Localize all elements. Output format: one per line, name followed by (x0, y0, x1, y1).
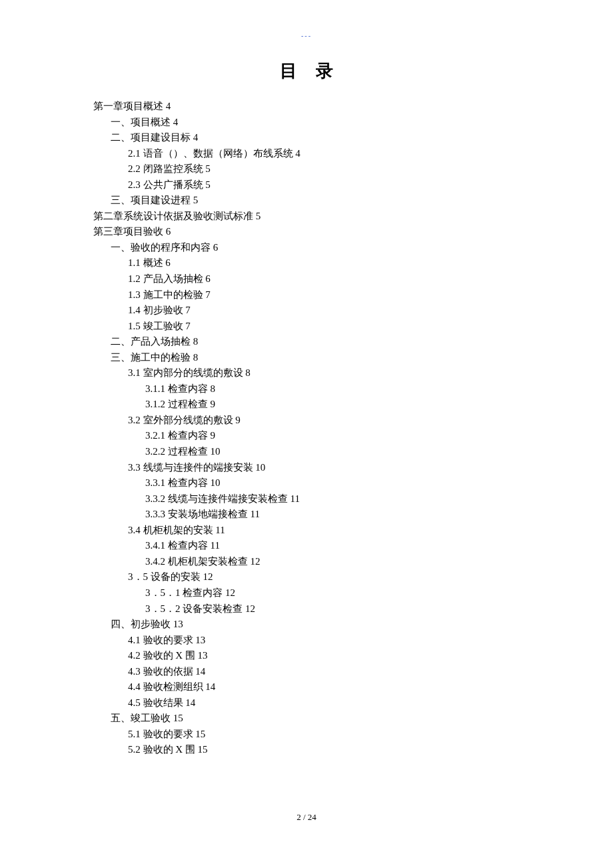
toc-entry: 4.4 验收检测组织 14 (128, 679, 520, 695)
toc-entry: 三、项目建设进程 5 (111, 193, 520, 209)
toc-entry: 1.4 初步验收 7 (128, 303, 520, 319)
toc-entry: 3.4.1 检查内容 11 (145, 538, 520, 554)
toc-entry: 1.3 施工中的检验 7 (128, 287, 520, 303)
toc-entry: 2.2 闭路监控系统 5 (128, 161, 520, 177)
toc-entry: 5.1 验收的要求 15 (128, 727, 520, 743)
toc-entry: 一、项目概述 4 (111, 115, 520, 131)
toc-entry: 一、验收的程序和内容 6 (111, 240, 520, 256)
toc-entry: 3.1.1 检查内容 8 (145, 381, 520, 397)
toc-entry: 3.1.2 过程检查 9 (145, 397, 520, 413)
toc-entry: 第一章项目概述 4 (93, 99, 520, 115)
page-footer: 2 / 24 (0, 812, 613, 823)
toc-entry: 3.2.1 检查内容 9 (145, 428, 520, 444)
toc-entry: 五、竣工验收 15 (111, 711, 520, 727)
toc-entry: 3.4.2 机柜机架安装检查 12 (145, 554, 520, 570)
toc-entry: 第二章系统设计依据及验收测试标准 5 (93, 209, 520, 225)
toc-entry: 1.5 竣工验收 7 (128, 319, 520, 335)
toc-entry: 1.1 概述 6 (128, 255, 520, 271)
toc-entry: 3．5．1 检查内容 12 (145, 585, 520, 601)
toc-entry: 1.2 产品入场抽检 6 (128, 271, 520, 287)
toc-entry: 3.2 室外部分线缆的敷设 9 (128, 413, 520, 429)
toc-entry: 3.4 机柜机架的安装 11 (128, 523, 520, 539)
toc-entry: 4.3 验收的依据 14 (128, 664, 520, 680)
toc-entry: 3．5 设备的安装 12 (128, 569, 520, 585)
toc-entry: 第三章项目验收 6 (93, 224, 520, 240)
toc-entry: 3.3.1 检查内容 10 (145, 475, 520, 491)
toc-entry: 4.5 验收结果 14 (128, 695, 520, 711)
toc-entry: 四、初步验收 13 (111, 617, 520, 633)
document-page: --- 目录 第一章项目概述 4一、项目概述 4二、项目建设目标 42.1 语音… (0, 0, 613, 758)
toc-entry: 4.1 验收的要求 13 (128, 633, 520, 649)
toc-entry: 5.2 验收的 X 围 15 (128, 742, 520, 758)
toc-entry: 3.3.3 安装场地端接检查 11 (145, 507, 520, 523)
toc-entry: 2.3 公共广播系统 5 (128, 177, 520, 193)
toc-entry: 三、施工中的检验 8 (111, 350, 520, 366)
toc-entry: 2.1 语音（）、数据（网络）布线系统 4 (128, 146, 520, 162)
header-marker: --- (93, 32, 520, 39)
toc-entry: 3．5．2 设备安装检查 12 (145, 601, 520, 617)
toc-container: 第一章项目概述 4一、项目概述 4二、项目建设目标 42.1 语音（）、数据（网… (93, 99, 520, 758)
toc-entry: 3.2.2 过程检查 10 (145, 444, 520, 460)
toc-entry: 3.3.2 线缆与连接件端接安装检查 11 (145, 491, 520, 507)
toc-entry: 3.3 线缆与连接件的端接安装 10 (128, 460, 520, 476)
toc-entry: 二、产品入场抽检 8 (111, 334, 520, 350)
toc-entry: 二、项目建设目标 4 (111, 130, 520, 146)
toc-entry: 4.2 验收的 X 围 13 (128, 648, 520, 664)
toc-title: 目录 (93, 59, 520, 83)
toc-entry: 3.1 室内部分的线缆的敷设 8 (128, 365, 520, 381)
